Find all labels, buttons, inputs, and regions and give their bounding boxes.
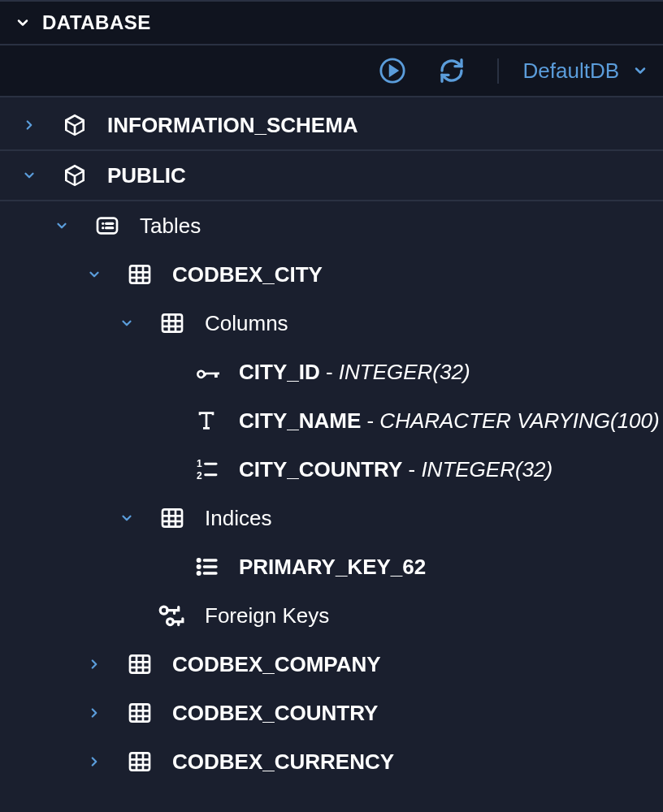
- column-city-country[interactable]: 12 CITY_COUNTRY - INTEGER(32): [0, 445, 663, 494]
- chevron-down-icon: [84, 267, 104, 282]
- chevron-down-icon: [20, 168, 39, 183]
- database-toolbar: DefaultDB: [0, 45, 663, 97]
- column-label: CITY_COUNTRY - INTEGER(32): [239, 457, 552, 482]
- columns-label: Columns: [205, 311, 288, 336]
- columns-group[interactable]: Columns: [0, 299, 663, 348]
- chevron-down-icon: [117, 511, 136, 525]
- column-label: CITY_NAME - CHARACTER VARYING(100): [239, 408, 660, 434]
- svg-rect-34: [130, 655, 150, 672]
- database-tree: INFORMATION_SCHEMA PUBLIC Tables CODBEX_…: [0, 97, 663, 786]
- play-icon[interactable]: [379, 57, 406, 84]
- table-icon: [124, 700, 156, 726]
- table-label: CODBEX_COMPANY: [172, 652, 381, 677]
- table-icon: [156, 505, 188, 531]
- foreign-key-icon: [156, 603, 188, 628]
- chevron-down-icon: [15, 15, 31, 31]
- cube-icon: [58, 162, 91, 188]
- tables-label: Tables: [140, 214, 201, 239]
- tables-group[interactable]: Tables: [0, 201, 663, 250]
- chevron-right-icon: [84, 706, 104, 720]
- index-label: PRIMARY_KEY_62: [239, 555, 426, 580]
- chevron-down-icon: [117, 316, 136, 330]
- table-icon: [124, 651, 156, 677]
- number-icon: 12: [190, 456, 223, 482]
- svg-rect-2: [98, 218, 117, 234]
- svg-marker-1: [390, 66, 397, 75]
- table-item-codbex-company[interactable]: CODBEX_COMPANY: [0, 640, 663, 689]
- table-icon: [156, 310, 188, 336]
- svg-rect-39: [130, 704, 150, 721]
- chevron-right-icon: [84, 754, 104, 769]
- chevron-right-icon: [20, 118, 39, 132]
- svg-point-26: [197, 559, 200, 562]
- toolbar-actions: [379, 57, 465, 84]
- bullet-list-icon: [190, 554, 223, 580]
- svg-rect-12: [162, 314, 182, 331]
- cube-icon: [58, 112, 91, 138]
- table-item-codbex-city[interactable]: CODBEX_CITY: [0, 250, 663, 299]
- panel-title: DATABASE: [42, 11, 151, 34]
- schema-label: PUBLIC: [107, 163, 186, 188]
- table-icon: [124, 261, 156, 287]
- table-label: CODBEX_COUNTRY: [172, 701, 378, 726]
- table-item-codbex-country[interactable]: CODBEX_COUNTRY: [0, 689, 663, 737]
- table-icon: [124, 749, 156, 775]
- svg-rect-7: [130, 266, 150, 283]
- foreign-keys-group[interactable]: Foreign Keys: [0, 591, 663, 640]
- column-label: CITY_ID - INTEGER(32): [239, 360, 470, 385]
- table-label: CODBEX_CURRENCY: [172, 749, 394, 775]
- chevron-down-icon: [632, 63, 648, 79]
- column-city-name[interactable]: CITY_NAME - CHARACTER VARYING(100): [0, 396, 663, 445]
- indices-group[interactable]: Indices: [0, 494, 663, 542]
- table-item-codbex-currency[interactable]: CODBEX_CURRENCY: [0, 737, 663, 786]
- schema-label: INFORMATION_SCHEMA: [107, 113, 358, 138]
- text-icon: [190, 408, 223, 434]
- table-label: CODBEX_CITY: [172, 262, 323, 287]
- refresh-icon[interactable]: [439, 58, 465, 84]
- svg-text:2: 2: [197, 470, 202, 482]
- svg-point-30: [197, 572, 200, 575]
- svg-text:1: 1: [197, 458, 202, 469]
- indices-label: Indices: [205, 506, 271, 531]
- key-icon: [190, 359, 223, 385]
- selected-database: DefaultDB: [523, 58, 620, 84]
- schema-item-public[interactable]: PUBLIC: [0, 151, 663, 201]
- database-panel-header[interactable]: DATABASE: [0, 0, 663, 45]
- index-primary-key-62[interactable]: PRIMARY_KEY_62: [0, 542, 663, 591]
- foreign-keys-label: Foreign Keys: [205, 603, 329, 628]
- svg-rect-21: [162, 509, 182, 526]
- database-selector[interactable]: DefaultDB: [497, 58, 649, 84]
- svg-point-28: [197, 566, 200, 568]
- svg-rect-44: [130, 753, 150, 770]
- schema-item-information-schema[interactable]: INFORMATION_SCHEMA: [0, 101, 663, 151]
- chevron-right-icon: [84, 657, 104, 672]
- column-city-id[interactable]: CITY_ID - INTEGER(32): [0, 348, 663, 396]
- chevron-down-icon: [52, 218, 72, 233]
- list-icon: [91, 213, 124, 239]
